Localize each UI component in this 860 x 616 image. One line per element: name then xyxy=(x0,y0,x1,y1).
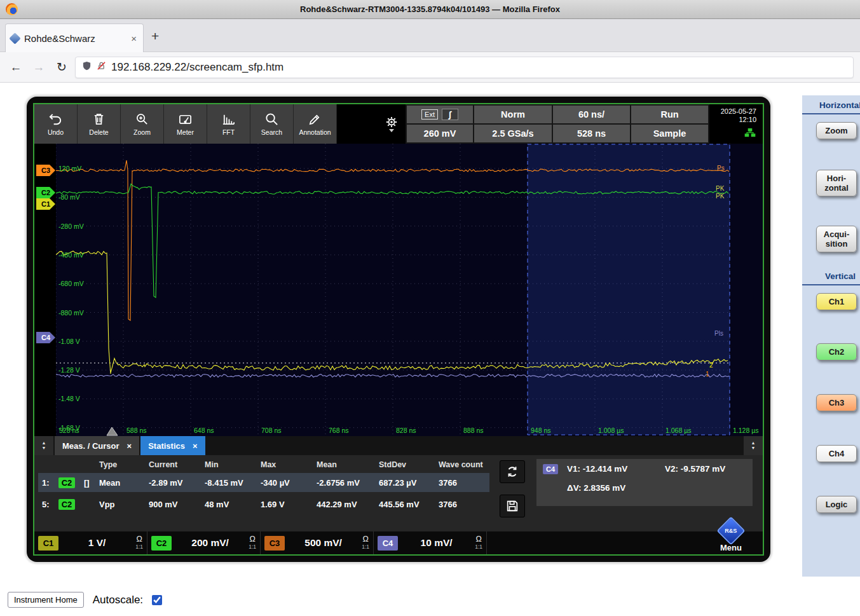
browser-tab[interactable]: Rohde&Schwarz × xyxy=(5,24,144,52)
x-axis-label: 588 ns xyxy=(126,427,147,434)
probe-ratio: 1:1 xyxy=(249,543,256,551)
insecure-lock-icon[interactable] xyxy=(97,61,106,73)
tab-meas-cursor[interactable]: Meas. / Cursor × xyxy=(55,436,139,455)
result-tab-bar: ▲▼ Meas. / Cursor × Statistics × ▲▼ xyxy=(34,436,763,455)
meter-icon xyxy=(178,112,193,127)
undo-icon xyxy=(48,112,63,127)
waveform-canvas: PsPKPKPls21 xyxy=(56,144,763,436)
y-axis-label: -80 mV xyxy=(58,193,80,201)
zoom-button[interactable]: Zoom xyxy=(121,104,164,144)
y-axis-label: -680 mV xyxy=(58,280,84,287)
settings-gear-button[interactable] xyxy=(379,104,404,144)
acquisition-state-cell[interactable]: Run xyxy=(631,106,708,123)
meter-button[interactable]: Meter xyxy=(164,104,207,144)
network-lan-icon xyxy=(744,128,756,139)
channel-4-control[interactable]: C4 10 mV/ Ω1:1 xyxy=(374,531,487,554)
close-icon[interactable]: × xyxy=(193,441,198,451)
close-icon[interactable]: × xyxy=(127,441,132,451)
channel-marker-c1[interactable]: C1 xyxy=(36,198,55,210)
sidebar-ch4-button[interactable]: Ch4 xyxy=(816,445,857,462)
shield-icon[interactable] xyxy=(82,61,92,73)
y-axis-label: -1.28 V xyxy=(58,366,80,374)
sidebar-zoom-button[interactable]: Zoom xyxy=(816,122,857,139)
sidebar-ch3-button[interactable]: Ch3 xyxy=(816,394,857,411)
sample-rate-cell[interactable]: 2.5 GSa/s xyxy=(474,125,552,142)
refresh-statistics-button[interactable] xyxy=(500,460,525,483)
sidebar-ch1-button[interactable]: Ch1 xyxy=(816,293,857,310)
timebase-cell[interactable]: 60 ns/ xyxy=(553,106,630,123)
x-axis-label: 1.128 µs xyxy=(733,427,759,434)
cursor-results-box[interactable]: C4 V1: -12.414 mV V2: -9.5787 mV ΔV: 2.8… xyxy=(536,459,753,506)
channel-2-control[interactable]: C2 200 mV/ Ω1:1 xyxy=(147,531,261,554)
trigger-slope-icon: ∫ xyxy=(442,109,458,120)
cursor-v1-value: V1: -12.414 mV xyxy=(567,464,656,474)
horizontal-section-title: Horizontal xyxy=(802,100,860,110)
pencil-icon xyxy=(308,112,322,127)
tab-statistics[interactable]: Statistics × xyxy=(140,436,205,455)
zoom-region-overlay xyxy=(528,144,730,435)
gear-icon xyxy=(386,116,397,128)
x-axis-label: 888 ns xyxy=(463,427,484,434)
scope-toolbar-buttons: Undo Delete Zoom Meter xyxy=(34,104,337,144)
search-icon xyxy=(264,112,279,127)
sidebar-logic-button[interactable]: Logic xyxy=(816,496,857,513)
reload-button[interactable]: ↻ xyxy=(52,60,71,74)
statistics-row[interactable]: 1: C2 [] Mean -2.89 mV -8.415 mV -340 µV… xyxy=(38,473,489,492)
annotation-button[interactable]: Annotation xyxy=(294,104,337,144)
channel-marker-c3[interactable]: C3 xyxy=(36,165,55,176)
arrow-down-icon: ▼ xyxy=(42,446,46,451)
y-axis-label: -1.08 V xyxy=(58,338,80,345)
tab-close-button[interactable]: × xyxy=(130,33,138,44)
trigger-source-ext: Ext xyxy=(421,109,438,120)
fft-icon xyxy=(221,112,236,127)
channel-badge: C2 xyxy=(58,499,75,510)
acquisition-mode-cell[interactable]: Sample xyxy=(631,125,708,142)
tab-favicon-icon xyxy=(9,32,20,44)
trigger-level-cell[interactable]: 260 mV xyxy=(407,125,473,142)
delete-button[interactable]: Delete xyxy=(78,104,121,144)
horizontal-position-cell[interactable]: 528 ns xyxy=(553,125,630,142)
channel-marker-c2[interactable]: C2 xyxy=(36,187,55,198)
arrow-up-icon: ▲ xyxy=(42,441,46,446)
sidebar-ch2-button[interactable]: Ch2 xyxy=(816,343,857,360)
x-axis-label: 948 ns xyxy=(531,427,551,434)
y-axis-label: 120 mV xyxy=(58,165,81,172)
undo-button[interactable]: Undo xyxy=(34,104,78,144)
channel-marker-c4[interactable]: C4 xyxy=(36,332,55,343)
trigger-acquisition-status: Ext ∫ Norm 60 ns/ Run 260 mV 2.5 GSa/s 5… xyxy=(406,104,709,144)
search-button[interactable]: Search xyxy=(250,104,294,144)
plot-annotation: PK xyxy=(716,185,725,192)
waveform-display[interactable]: PsPKPKPls21 120 mV-80 mV-280 mV-480 mV-6… xyxy=(34,144,763,436)
trigger-mode-cell[interactable]: Norm xyxy=(474,106,552,123)
channel-3-control[interactable]: C3 500 mV/ Ω1:1 xyxy=(261,531,374,554)
firefox-window: Rohde&Schwarz-RTM3004-1335.8794k04/10149… xyxy=(0,0,860,616)
plot-annotation: 2 xyxy=(709,362,713,369)
x-axis-label: 648 ns xyxy=(194,427,214,434)
instrument-home-button[interactable]: Instrument Home xyxy=(8,592,84,608)
tab-scroll-left[interactable]: ▲▼ xyxy=(34,436,53,455)
channel-badge: C2 xyxy=(58,477,75,488)
tab-scroll-right[interactable]: ▲▼ xyxy=(744,436,763,455)
gate-icon: [] xyxy=(84,478,99,488)
x-axis-label: 768 ns xyxy=(329,427,349,434)
save-statistics-button[interactable] xyxy=(500,495,525,517)
autoscale-checkbox[interactable] xyxy=(152,595,162,605)
x-axis-label: 708 ns xyxy=(261,427,282,434)
sidebar-horizontal-button[interactable]: Hori-zontal xyxy=(816,170,857,196)
firefox-icon xyxy=(6,3,18,15)
x-axis-label: 828 ns xyxy=(396,427,416,434)
oscilloscope-screen: Undo Delete Zoom Meter xyxy=(33,103,764,556)
channel-1-control[interactable]: C1 1 V/ Ω1:1 xyxy=(34,531,147,554)
impedance-label: Ω xyxy=(475,535,481,543)
trigger-source-cell[interactable]: Ext ∫ xyxy=(407,106,473,123)
fft-button[interactable]: FFT xyxy=(207,104,250,144)
menu-button[interactable]: R&S Menu xyxy=(708,521,754,552)
refresh-icon xyxy=(505,465,519,479)
sidebar-acquisition-button[interactable]: Acqui-sition xyxy=(816,226,857,252)
url-bar[interactable]: 192.168.229.22/screencam_sfp.htm xyxy=(75,57,854,78)
new-tab-button[interactable]: + xyxy=(151,29,159,44)
statistics-header-row: Type Current Min Max Mean StdDev Wave co… xyxy=(38,456,489,473)
back-button[interactable]: ← xyxy=(6,60,25,74)
cursor-v2-value: V2: -9.5787 mV xyxy=(665,464,725,474)
statistics-row[interactable]: 5: C2 Vpp 900 mV 48 mV 1.69 V 442.29 mV … xyxy=(38,495,489,514)
